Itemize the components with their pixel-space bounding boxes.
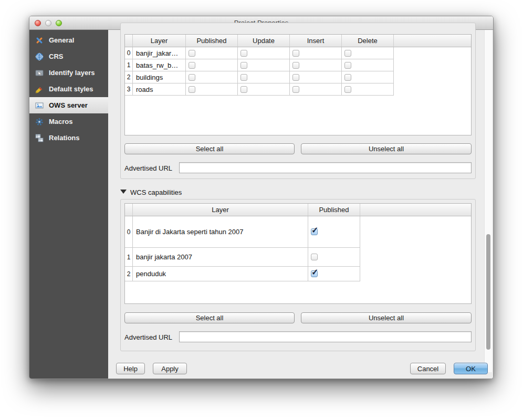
help-button[interactable]: Help [116, 363, 145, 374]
wfs-unselect-all-button[interactable]: Unselect all [301, 143, 472, 154]
wcs-unselect-all-button[interactable]: Unselect all [301, 312, 472, 323]
table-row[interactable]: 2 buildings [125, 71, 394, 83]
wcs-capabilities-title[interactable]: WCS capabilities [130, 188, 182, 196]
sidebar-item-label: Relations [49, 134, 80, 142]
column-header-delete[interactable]: Delete [342, 35, 394, 47]
column-header-layer[interactable]: Layer [133, 35, 186, 47]
table-row[interactable]: 0 banjir_jakar… [125, 47, 394, 59]
wcs-table-header: Layer Published [125, 204, 471, 216]
wfs-advertised-url-label: Advertised URL [124, 164, 172, 172]
gear-icon [35, 118, 44, 126]
column-header-published[interactable]: Published [308, 204, 360, 216]
apply-button[interactable]: Apply [153, 363, 187, 374]
insert-checkbox[interactable] [292, 62, 299, 69]
update-checkbox[interactable] [240, 74, 247, 81]
table-row[interactable]: 3 roads [125, 83, 394, 96]
layer-name: banjir jakarta 2007 [133, 248, 308, 266]
published-checkbox[interactable] [189, 62, 195, 69]
identify-layers-icon [35, 69, 44, 77]
update-checkbox[interactable] [240, 50, 247, 57]
published-checkbox[interactable] [189, 86, 195, 93]
update-checkbox[interactable] [240, 86, 247, 93]
layer-name: Banjir di Jakarta seperti tahun 2007 [133, 216, 308, 247]
published-checkbox[interactable] [311, 228, 318, 235]
table-row[interactable]: 2 penduduk [125, 267, 360, 281]
sidebar-item-label: Identify layers [49, 69, 95, 77]
column-header-published[interactable]: Published [186, 35, 238, 47]
insert-checkbox[interactable] [292, 74, 299, 81]
wcs-layers-table[interactable]: Layer Published 0 Banjir di Jakarta sepe… [124, 203, 472, 304]
published-checkbox[interactable] [311, 270, 318, 277]
delete-checkbox[interactable] [344, 62, 351, 69]
layer-name: penduduk [133, 267, 308, 281]
layer-name: banjir_jakar… [133, 47, 186, 59]
layer-name: roads [133, 83, 186, 95]
sidebar-item-default-styles[interactable]: Default styles [29, 81, 108, 97]
table-row[interactable]: 1 banjir jakarta 2007 [125, 248, 360, 267]
column-header-insert[interactable]: Insert [290, 35, 342, 47]
relations-icon [35, 134, 44, 142]
sidebar: General CRS Identify layers [29, 30, 108, 379]
wcs-advertised-url-label: Advertised URL [124, 333, 172, 341]
sidebar-item-label: Macros [49, 118, 73, 125]
wcs-select-all-button[interactable]: Select all [124, 312, 295, 323]
wcs-advertised-url-input[interactable] [179, 331, 472, 342]
wfs-table-header: Layer Published Update Insert Delete [125, 35, 471, 47]
published-checkbox[interactable] [189, 50, 195, 57]
tools-icon [35, 36, 44, 45]
sidebar-item-identify-layers[interactable]: Identify layers [29, 65, 108, 81]
zoom-icon[interactable] [56, 20, 62, 26]
sidebar-item-crs[interactable]: CRS [29, 48, 108, 65]
scrollbar-thumb[interactable] [486, 234, 490, 350]
table-row[interactable]: 1 batas_rw_b… [125, 59, 394, 71]
layer-name: buildings [133, 71, 186, 83]
ok-button[interactable]: OK [454, 363, 488, 374]
wfs-advertised-url-input[interactable] [179, 162, 472, 173]
insert-checkbox[interactable] [292, 50, 299, 57]
delete-checkbox[interactable] [344, 50, 351, 57]
insert-checkbox[interactable] [292, 86, 299, 93]
sidebar-item-macros[interactable]: Macros [29, 113, 108, 130]
ows-server-icon [35, 101, 44, 110]
published-checkbox[interactable] [311, 254, 318, 260]
update-checkbox[interactable] [240, 62, 247, 69]
sidebar-item-label: OWS server [49, 101, 88, 109]
globe-icon [35, 52, 44, 61]
table-row[interactable]: 0 Banjir di Jakarta seperti tahun 2007 [125, 216, 360, 248]
wfs-layers-table[interactable]: Layer Published Update Insert Delete 0 b… [124, 34, 472, 135]
sidebar-item-label: Default styles [49, 85, 93, 93]
vertical-scrollbar[interactable] [484, 30, 492, 372]
column-header-layer[interactable]: Layer [133, 204, 308, 216]
delete-checkbox[interactable] [344, 86, 351, 93]
sidebar-item-label: CRS [49, 52, 63, 60]
wfs-select-all-button[interactable]: Select all [124, 143, 295, 154]
sidebar-item-ows-server[interactable]: OWS server [29, 97, 108, 113]
cancel-button[interactable]: Cancel [410, 363, 446, 374]
published-checkbox[interactable] [189, 74, 195, 81]
paintbrush-icon [35, 85, 44, 93]
sidebar-item-label: General [49, 36, 74, 44]
sidebar-item-relations[interactable]: Relations [29, 130, 108, 146]
content-area: Layer Published Update Insert Delete 0 b… [108, 30, 494, 379]
sidebar-item-general[interactable]: General [29, 32, 108, 48]
layer-name: batas_rw_b… [133, 59, 186, 71]
column-header-update[interactable]: Update [238, 35, 290, 47]
close-icon[interactable] [35, 20, 41, 26]
minimize-icon[interactable] [45, 20, 51, 26]
delete-checkbox[interactable] [344, 74, 351, 81]
project-properties-window: Project Properties General CRS [29, 16, 494, 379]
chevron-down-icon[interactable] [120, 190, 127, 194]
